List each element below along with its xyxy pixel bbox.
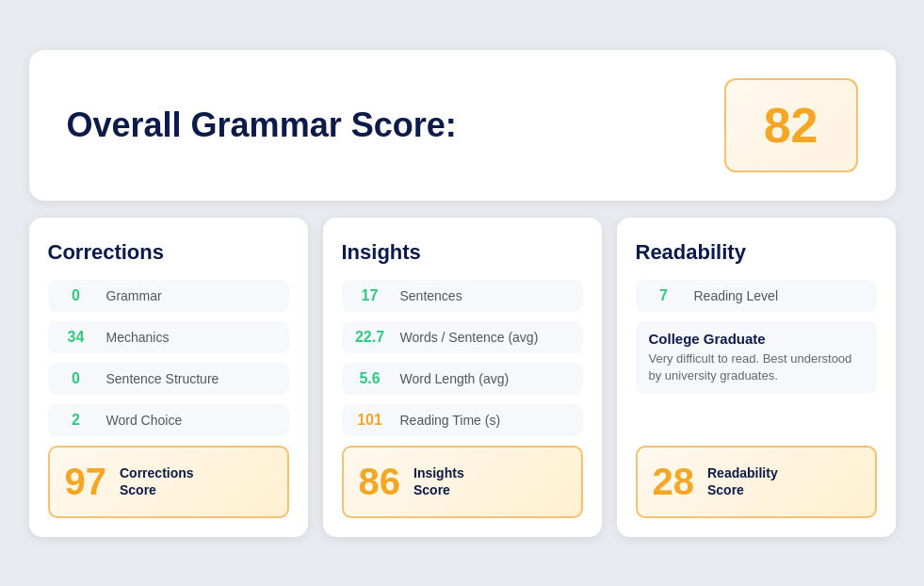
- corrections-sentence-number: 0: [59, 370, 93, 387]
- insights-words-per-sentence-number: 22.7: [353, 329, 387, 346]
- insights-reading-time-label: Reading Time (s): [400, 413, 501, 428]
- readability-card: Readability 7 Reading Level College Grad…: [617, 218, 896, 537]
- insights-score-footer: 86 Insights Score: [342, 446, 583, 518]
- overall-score-card: Overall Grammar Score: 82: [29, 50, 896, 201]
- corrections-score-footer: 97 Corrections Score: [48, 446, 289, 518]
- insights-word-length-number: 5.6: [353, 370, 387, 387]
- insights-words-per-sentence-row: 22.7 Words / Sentence (avg): [342, 321, 583, 353]
- insights-sentences-row: 17 Sentences: [342, 280, 583, 312]
- corrections-mechanics-label: Mechanics: [106, 330, 170, 345]
- columns-container: Corrections 0 Grammar 34 Mechanics 0 Sen…: [29, 218, 896, 537]
- readability-score-label: Readability Score: [707, 464, 778, 498]
- overall-score-box: 82: [724, 78, 858, 172]
- readability-level-number: 7: [647, 287, 681, 304]
- insights-reading-time-row: 101 Reading Time (s): [342, 404, 583, 436]
- readability-college-desc: Very difficult to read. Best understood …: [649, 350, 864, 384]
- readability-college-title: College Graduate: [649, 331, 864, 347]
- insights-word-length-row: 5.6 Word Length (avg): [342, 363, 583, 395]
- corrections-sentence-row: 0 Sentence Structure: [48, 363, 289, 395]
- corrections-sentence-label: Sentence Structure: [106, 371, 219, 386]
- corrections-grammar-number: 0: [59, 287, 93, 304]
- insights-card: Insights 17 Sentences 22.7 Words / Sente…: [323, 218, 602, 537]
- insights-words-per-sentence-label: Words / Sentence (avg): [400, 330, 539, 345]
- readability-score-footer: 28 Readability Score: [636, 446, 877, 518]
- insights-reading-time-number: 101: [353, 412, 387, 429]
- readability-score-value: 28: [653, 461, 695, 503]
- corrections-mechanics-number: 34: [59, 329, 93, 346]
- corrections-card: Corrections 0 Grammar 34 Mechanics 0 Sen…: [29, 218, 308, 537]
- corrections-wordchoice-label: Word Choice: [106, 413, 183, 428]
- insights-sentences-label: Sentences: [400, 288, 462, 303]
- corrections-wordchoice-row: 2 Word Choice: [48, 404, 289, 436]
- corrections-score-value: 97: [65, 461, 107, 503]
- readability-title: Readability: [636, 240, 877, 265]
- corrections-grammar-row: 0 Grammar: [48, 280, 289, 312]
- overall-score-value: 82: [764, 97, 819, 154]
- corrections-grammar-label: Grammar: [106, 288, 162, 303]
- insights-score-label: Insights Score: [413, 464, 464, 498]
- corrections-mechanics-row: 34 Mechanics: [48, 321, 289, 353]
- overall-grammar-title: Overall Grammar Score:: [67, 106, 457, 145]
- insights-score-value: 86: [359, 461, 401, 503]
- insights-title: Insights: [342, 240, 583, 265]
- readability-level-label: Reading Level: [694, 288, 779, 303]
- insights-sentences-number: 17: [353, 287, 387, 304]
- corrections-wordchoice-number: 2: [59, 412, 93, 429]
- readability-college-row: College Graduate Very difficult to read.…: [636, 321, 877, 394]
- corrections-score-label: Corrections Score: [120, 464, 194, 498]
- readability-level-row: 7 Reading Level: [636, 280, 877, 312]
- corrections-title: Corrections: [48, 240, 289, 265]
- insights-word-length-label: Word Length (avg): [400, 371, 510, 386]
- main-container: Overall Grammar Score: 82 Corrections 0 …: [29, 50, 896, 537]
